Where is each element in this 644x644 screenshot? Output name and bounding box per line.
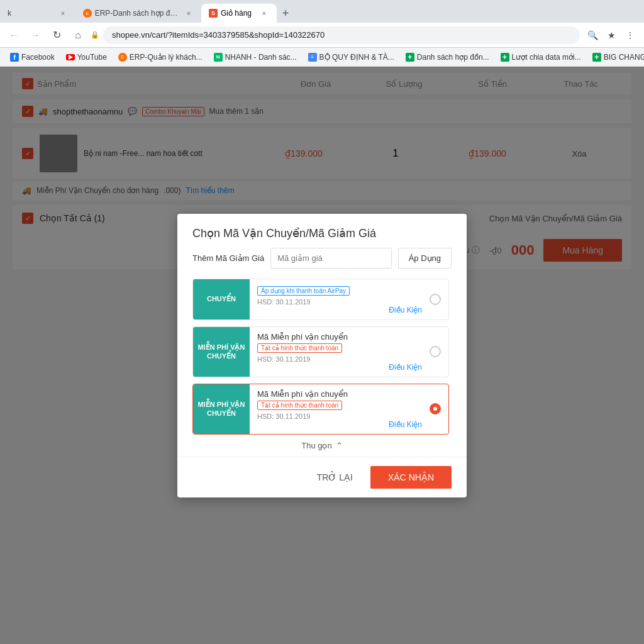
voucher-1-dieukien[interactable]: Điều Kiện — [257, 306, 422, 314]
modal-header: Chọn Mã Vận Chuyển/Mã Giảm Giá — [177, 214, 467, 248]
page-content: ✓ Sản Phẩm Đơn Giá Số Lượng Số Tiền Thao… — [0, 67, 644, 644]
modal-overlay: Chọn Mã Vận Chuyển/Mã Giảm Giá Thêm Mã G… — [0, 67, 644, 644]
facebook-icon: f — [10, 53, 19, 62]
bookmark-nhanh[interactable]: N NHANH - Danh sác... — [209, 51, 302, 64]
bookmark-star-button[interactable]: ★ — [602, 26, 620, 44]
apply-button[interactable]: Áp Dụng — [398, 248, 452, 269]
bookmark-bq-label: BỘ QUY ĐỊNH & TÀ... — [319, 53, 394, 62]
voucher-2-hsd: HSD: 30.11.2019 — [257, 355, 422, 363]
voucher-2-right: Mã Miễn phí vận chuyển Tất cả hình thức … — [250, 327, 448, 377]
modal-footer: TRỞ LẠI XÁC NHẬN — [177, 457, 467, 497]
bookmark-youtube[interactable]: YouTube — [61, 51, 112, 64]
voucher-3-dieukien[interactable]: Điều Kiện — [257, 420, 422, 429]
bookmark-erp[interactable]: E ERP-Quản lý khách... — [113, 51, 208, 64]
browser-chrome: k × E ERP-Danh sách hợp đồng × S Giỏ hàn… — [0, 0, 644, 67]
tab-1-label: k — [8, 9, 11, 18]
tab-3-label: Giỏ hàng — [221, 9, 252, 18]
bq-icon: ≡ — [308, 53, 317, 62]
bookmark-luot-label: Lượt chia data mới... — [512, 53, 581, 62]
voucher-1-info: Áp dụng khi thanh toán AirPay HSD: 30.11… — [257, 284, 441, 314]
address-input[interactable] — [103, 26, 580, 44]
tab-2-close[interactable]: × — [184, 8, 194, 18]
bookmarks-bar: f Facebook YouTube E ERP-Quản lý khách..… — [0, 48, 644, 67]
home-button[interactable]: ⌂ — [69, 26, 87, 44]
bookmark-bigchange-label: BIG CHANGE — [604, 53, 644, 62]
voucher-2-dieukien[interactable]: Điều Kiện — [257, 363, 422, 372]
voucher-card-1[interactable]: CHUYỂN Áp dụng khi thanh toán AirPay HSD… — [192, 279, 449, 320]
erp-icon: E — [83, 9, 92, 18]
back-button[interactable]: ← — [5, 26, 23, 44]
bookmark-luot[interactable]: + Lượt chia data mới... — [496, 51, 586, 64]
voucher-card-3[interactable]: MIỄN PHÍ VẬN CHUYỂN Mã Miễn phí vận chuy… — [192, 384, 449, 435]
voucher-3-radio[interactable] — [430, 403, 441, 414]
forward-button[interactable]: → — [26, 26, 44, 44]
confirm-button[interactable]: XÁC NHẬN — [370, 466, 452, 489]
bookmark-danhsach[interactable]: + Danh sách hợp đồn... — [401, 51, 494, 64]
nhanh-icon: N — [214, 53, 223, 62]
voucher-1-right: Áp dụng khi thanh toán AirPay HSD: 30.11… — [250, 279, 448, 319]
tab-2[interactable]: E ERP-Danh sách hợp đồng × — [75, 4, 201, 23]
voucher-1-hsd: HSD: 30.11.2019 — [257, 298, 422, 306]
coupon-label: Thêm Mã Giảm Giá — [192, 253, 264, 263]
coupon-input[interactable] — [270, 248, 391, 269]
address-icons: 🔍 ★ ⋮ — [584, 26, 639, 44]
bookmark-bq[interactable]: ≡ BỘ QUY ĐỊNH & TÀ... — [303, 51, 399, 64]
voucher-3-type: MIỄN PHÍ VẬN CHUYỂN — [197, 400, 246, 418]
voucher-card-2[interactable]: MIỄN PHÍ VẬN CHUYỂN Mã Miễn phí vận chuy… — [192, 326, 449, 377]
tab-1-close[interactable]: × — [58, 8, 68, 18]
lock-icon: 🔒 — [91, 31, 99, 39]
bookmark-facebook-label: Facebook — [21, 53, 55, 62]
plus-icon-1: + — [406, 53, 414, 62]
collapse-row[interactable]: Thu gọn ⌃ — [192, 435, 452, 457]
voucher-3-title: Mã Miễn phí vận chuyển — [257, 389, 422, 399]
voucher-1-type: CHUYỂN — [207, 294, 236, 303]
voucher-3-tag: Tất cả hình thức thanh toán — [257, 401, 342, 410]
voucher-modal: Chọn Mã Vận Chuyển/Mã Giảm Giá Thêm Mã G… — [177, 214, 467, 497]
coupon-input-row: Thêm Mã Giảm Giá Áp Dụng — [192, 248, 452, 269]
voucher-2-tag: Tất cả hình thức thanh toán — [257, 343, 342, 353]
voucher-3-info: Mã Miễn phí vận chuyển Tất cả hình thức … — [257, 389, 441, 429]
search-address-button[interactable]: 🔍 — [584, 26, 601, 44]
tab-1[interactable]: k × — [0, 4, 75, 23]
voucher-2-info: Mã Miễn phí vận chuyển Tất cả hình thức … — [257, 332, 441, 372]
collapse-label: Thu gọn — [301, 441, 331, 450]
tab-3-close[interactable]: × — [259, 8, 269, 18]
bookmark-nhanh-label: NHANH - Danh sác... — [225, 53, 297, 62]
voucher-2-radio[interactable] — [430, 346, 441, 357]
plus-icon-2: + — [501, 53, 509, 62]
refresh-button[interactable]: ↻ — [48, 26, 65, 44]
modal-title: Chọn Mã Vận Chuyển/Mã Giảm Giá — [192, 227, 376, 240]
modal-body: Thêm Mã Giảm Giá Áp Dụng CHUYỂN — [177, 248, 467, 457]
shopee-icon-tab: S — [209, 9, 218, 18]
menu-button[interactable]: ⋮ — [621, 26, 639, 44]
voucher-1-tag: Áp dụng khi thanh toán AirPay — [257, 286, 350, 296]
back-button-modal[interactable]: TRỞ LẠI — [307, 467, 363, 487]
voucher-2-left: MIỄN PHÍ VẬN CHUYỂN — [193, 327, 250, 377]
collapse-icon: ⌃ — [336, 441, 343, 450]
bookmark-bigchange[interactable]: + BIG CHANGE — [587, 51, 644, 64]
tab-2-label: ERP-Danh sách hợp đồng — [95, 9, 181, 18]
voucher-3-left: MIỄN PHÍ VẬN CHUYỂN — [193, 384, 250, 434]
voucher-3-right: Mã Miễn phí vận chuyển Tất cả hình thức … — [250, 384, 448, 434]
youtube-icon — [66, 54, 75, 60]
plus-icon-3: + — [592, 53, 601, 62]
bookmark-danhsach-label: Danh sách hợp đồn... — [417, 53, 489, 62]
address-bar: ← → ↻ ⌂ 🔒 🔍 ★ ⋮ — [0, 23, 644, 48]
voucher-3-hsd: HSD: 30.11.2019 — [257, 413, 422, 420]
new-tab-button[interactable]: + — [277, 4, 294, 22]
voucher-1-left: CHUYỂN — [193, 279, 250, 319]
voucher-list: CHUYỂN Áp dụng khi thanh toán AirPay HSD… — [192, 279, 452, 435]
tab-3[interactable]: S Giỏ hàng × — [201, 4, 277, 23]
bookmark-youtube-label: YouTube — [77, 53, 107, 62]
bookmark-erp-label: ERP-Quản lý khách... — [130, 53, 203, 62]
erp-bookmark-icon: E — [118, 53, 127, 62]
voucher-2-title: Mã Miễn phí vận chuyển — [257, 332, 422, 341]
voucher-2-type: MIỄN PHÍ VẬN CHUYỂN — [197, 343, 246, 361]
tab-bar: k × E ERP-Danh sách hợp đồng × S Giỏ hàn… — [0, 0, 644, 23]
voucher-1-radio[interactable] — [430, 294, 441, 305]
bookmark-facebook[interactable]: f Facebook — [5, 51, 60, 64]
